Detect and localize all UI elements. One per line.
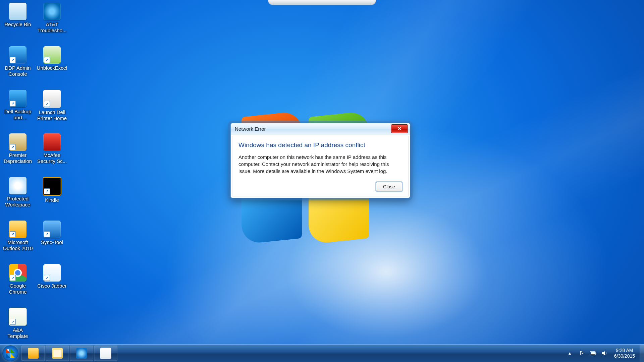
dialog-body-text: Another computer on this network has the…: [238, 154, 402, 175]
network-error-dialog: Network Error ✕ Windows has detected an …: [230, 123, 410, 198]
windows-orb-icon: [3, 346, 18, 361]
aa-template-icon: [9, 308, 27, 326]
taskbar-button-outlook[interactable]: [21, 346, 45, 361]
microsoft-outlook-icon: [9, 221, 26, 238]
notepad-icon: [100, 348, 111, 359]
svg-rect-2: [591, 352, 595, 354]
dialog-close-button[interactable]: ✕: [391, 124, 408, 133]
dialog-heading: Windows has detected an IP address confl…: [238, 141, 402, 149]
tray-clock[interactable]: 9:28 AM 6/30/2015: [613, 347, 636, 360]
google-chrome-icon: [9, 264, 26, 282]
dialog-titlebar[interactable]: Network Error ✕: [231, 123, 410, 134]
desktop-icon-dell-backup-recovery[interactable]: Dell Backup and Recovery: [2, 88, 34, 131]
desktop-icon-microsoft-outlook[interactable]: Microsoft Outlook 2010: [2, 219, 34, 262]
desktop-icon-ddp-admin-console[interactable]: DDP Admin Console: [2, 45, 34, 88]
desktop-icon-label: Kindle: [45, 197, 59, 203]
svg-rect-1: [595, 353, 596, 354]
ddp-admin-console-icon: [9, 46, 26, 64]
desktop-icon-label: Google Chrome: [2, 283, 33, 295]
show-desktop-button[interactable]: [640, 345, 644, 362]
dell-backup-recovery-icon: [9, 90, 26, 107]
desktop-icon-label: Cisco Jabber: [37, 283, 67, 289]
mcafee-security-icon: [43, 133, 61, 151]
taskbar-button-file-explorer[interactable]: [46, 346, 69, 361]
desktop-icon-cisco-jabber[interactable]: Cisco Jabber: [36, 263, 68, 306]
close-icon: ✕: [397, 126, 402, 132]
desktop-icon-label: Recycle Bin: [4, 21, 31, 27]
tray-time: 9:28 AM: [614, 348, 635, 353]
desktop-icon-mcafee-security[interactable]: McAfee Security Sc...: [36, 132, 68, 175]
system-tray: ▲ 🏳 9:28 AM 6/30/2015: [561, 345, 640, 362]
desktop-icon-label: Launch Dell Printer Home: [37, 109, 67, 121]
desktop-icon-label: UnblockExcel: [37, 65, 67, 71]
close-button[interactable]: Close: [376, 182, 402, 191]
tray-date: 6/30/2015: [614, 353, 635, 359]
desktop-icon-label: A&A Template: [2, 327, 33, 339]
cisco-jabber-icon: [43, 264, 61, 282]
desktop-icon-launch-dell-printer[interactable]: Launch Dell Printer Home: [36, 88, 68, 131]
desktop-icon-label: Dell Backup and Recovery: [2, 109, 33, 121]
desktop-icon-premier-depreciation[interactable]: Premier Depreciation: [2, 132, 34, 175]
volume-icon[interactable]: [601, 350, 608, 357]
outlook-icon: [28, 348, 39, 359]
desktop-icon-label: AT&T Troublesho...: [37, 21, 67, 34]
desktop-icon-label: Premier Depreciation: [2, 152, 33, 164]
kindle-icon: [43, 177, 61, 196]
desktop-icon-label: DDP Admin Console: [2, 65, 33, 77]
desktop-icon-att-troubleshoot[interactable]: AT&T Troublesho...: [36, 1, 68, 44]
action-center-flag-icon[interactable]: 🏳: [579, 350, 585, 357]
launch-dell-printer-icon: [43, 90, 61, 108]
taskbar-button-notepad[interactable]: [94, 346, 117, 361]
desktop-icon-recycle-bin[interactable]: Recycle Bin: [2, 1, 34, 44]
desktop-icon-sync-tool[interactable]: Sync-Tool: [36, 219, 68, 262]
desktop-icon-label: Sync-Tool: [41, 239, 63, 245]
unblock-excel-icon: [43, 46, 61, 64]
dialog-title: Network Error: [235, 126, 391, 132]
taskbar: ▲ 🏳 9:28 AM 6/30/2015: [0, 344, 644, 362]
desktop-icon-google-chrome[interactable]: Google Chrome: [2, 263, 34, 306]
desktop-icon-aa-template[interactable]: A&A Template: [2, 306, 34, 349]
internet-explorer-icon: [76, 348, 87, 359]
battery-icon[interactable]: [590, 350, 597, 357]
desktop-icon-label: McAfee Security Sc...: [37, 152, 67, 164]
file-explorer-icon: [52, 348, 63, 359]
desktop-icon-label: Microsoft Outlook 2010: [2, 239, 33, 251]
premier-depreciation-icon: [9, 133, 26, 151]
sync-tool-icon: [43, 221, 61, 238]
start-button[interactable]: [0, 345, 21, 362]
desktop-icon-unblock-excel[interactable]: UnblockExcel: [36, 45, 68, 88]
att-troubleshoot-icon: [43, 3, 61, 20]
taskbar-button-internet-explorer[interactable]: [70, 346, 93, 361]
protected-workspace-icon: [9, 177, 26, 194]
desktop-icon-label: Protected Workspace: [2, 196, 33, 208]
desktop-icon-protected-workspace[interactable]: Protected Workspace: [2, 176, 34, 219]
desktop-icon-kindle[interactable]: Kindle: [36, 176, 68, 219]
tray-overflow-chevron-icon[interactable]: ▲: [566, 349, 574, 358]
recycle-bin-icon: [9, 3, 26, 20]
